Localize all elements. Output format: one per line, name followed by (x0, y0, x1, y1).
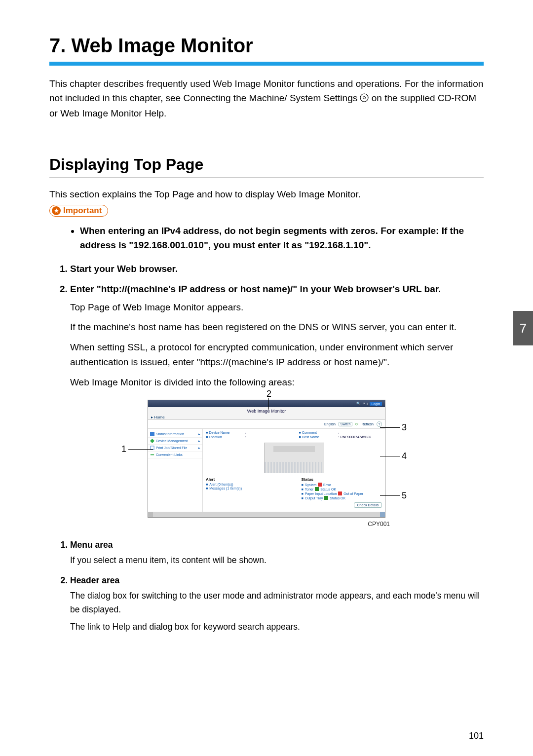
menu-label: Print Job/Stored File (156, 446, 187, 450)
switch-button[interactable]: Switch (339, 422, 353, 426)
callout-line (380, 427, 400, 428)
menu-convenient-links[interactable]: Convenient Links (148, 452, 202, 458)
callout-5: 5 (402, 491, 407, 501)
status-row: ■ Paper Input Location Out of Paper (302, 491, 382, 495)
status-section: Alert ■ Alert (0 item(s)) ■ Messages (1 … (206, 477, 382, 508)
page-number: 101 (469, 731, 484, 741)
alert-heading: Alert (206, 477, 287, 482)
wim-home-link[interactable]: ▸ Home (148, 415, 385, 420)
location-label: Location (209, 435, 222, 439)
callout-1: 1 (121, 444, 126, 454)
step-1-text: Start your Web browser. (70, 264, 178, 274)
wim-body: Status/Information ▸ Device Management ▸… (148, 429, 385, 512)
section-intro: This section explains the Top Page and h… (49, 189, 484, 200)
header-search-icon: 🔍 (356, 402, 361, 406)
star-icon: ★ (52, 206, 61, 215)
def-title: Menu area (70, 540, 113, 550)
svg-marker-3 (150, 439, 154, 443)
menu-label: Status/Information (156, 432, 184, 436)
ok-icon (324, 496, 328, 500)
callout-line (128, 449, 153, 450)
def-body: The dialog box for switching to the user… (70, 589, 484, 633)
important-badge: ★ Important (49, 205, 108, 217)
status-heading: Status (302, 477, 382, 482)
svg-rect-2 (150, 432, 154, 436)
section-divider (49, 178, 484, 178)
wim-home-label: Home (154, 415, 164, 419)
step-2-body-d: Web Image Monitor is divided into the fo… (70, 375, 484, 390)
menu-status-info[interactable]: Status/Information ▸ (148, 431, 202, 438)
important-list: When entering an IPv4 address, do not be… (49, 224, 484, 253)
svg-rect-6 (315, 487, 319, 491)
def-menu-area: Menu area If you select a menu item, its… (70, 538, 484, 567)
refresh-icon[interactable]: ⟳ (355, 422, 358, 426)
document-page: 7. Web Image Monitor This chapter descri… (0, 0, 533, 756)
svg-rect-7 (338, 491, 342, 495)
menu-label: Convenient Links (156, 453, 183, 456)
callout-line (380, 456, 400, 456)
wim-title: Web Image Monitor (148, 407, 385, 415)
callout-line (380, 495, 400, 496)
chapter-title: 7. Web Image Monitor (49, 35, 484, 57)
status-row: ■ Toner Status OK (302, 487, 382, 491)
step-2-body-a: Top Page of Web Image Monitor appears. (70, 300, 484, 315)
important-bullet: When entering an IPv4 address, do not be… (80, 224, 484, 253)
wim-header-bar: 🔍 ? i Login (148, 400, 385, 407)
lang-select[interactable]: English (324, 422, 336, 426)
warn-icon (338, 491, 342, 495)
status-row: ■ Output Tray Status OK (302, 496, 382, 500)
step-2-body-c: When setting SSL, a protocol for encrypt… (70, 340, 484, 370)
def-title: Header area (70, 575, 119, 585)
device-name-label: Device Name (209, 431, 229, 434)
help-button[interactable]: ? (377, 421, 382, 427)
menu-print-job[interactable]: Print Job/Stored File ▸ (148, 445, 202, 452)
step-2: Enter "http://(machine's IP address or h… (70, 281, 484, 390)
svg-point-0 (360, 94, 368, 102)
step-2-body: Top Page of Web Image Monitor appears. I… (70, 300, 484, 390)
chapter-divider (49, 62, 484, 66)
def-header-area: Header area The dialog box for switching… (70, 574, 484, 634)
login-button[interactable]: Login (370, 402, 382, 406)
svg-rect-8 (324, 496, 328, 500)
callout-line (268, 398, 269, 410)
header-info-icon: i (367, 402, 368, 406)
callout-2: 2 (266, 389, 271, 399)
definitions-list: Menu area If you select a menu item, its… (49, 538, 484, 634)
chapter-tab: 7 (513, 311, 533, 345)
callout-4: 4 (402, 451, 407, 461)
scrollbar[interactable] (148, 512, 385, 517)
wim-menu-area: Status/Information ▸ Device Management ▸… (148, 429, 203, 512)
step-2-text: Enter "http://(machine's IP address or h… (70, 284, 441, 294)
refresh-label: Refresh (361, 422, 374, 426)
comment-label: Comment (302, 431, 317, 434)
alert-item[interactable]: ■ Alert (0 item(s)) (206, 483, 287, 486)
alert-item[interactable]: ■ Messages (1 item(s)) (206, 487, 287, 490)
check-details-button[interactable]: Check Details (354, 502, 382, 508)
important-label: Important (63, 206, 102, 216)
step-2-body-b: If the machine's host name has been regi… (70, 320, 484, 335)
ok-icon (315, 487, 319, 491)
header-help-icon: ? (363, 402, 365, 406)
section-title: Displaying Top Page (49, 155, 484, 174)
figure: 2 1 3 4 5 🔍 ? i Login Web Image Monitor … (128, 400, 405, 528)
wim-screenshot: 🔍 ? i Login Web Image Monitor ▸ Home Eng… (148, 400, 385, 518)
menu-device-mgmt[interactable]: Device Management ▸ (148, 438, 202, 445)
def-body: If you select a menu item, its content w… (70, 554, 484, 567)
svg-rect-5 (318, 483, 322, 487)
error-icon (318, 483, 322, 487)
svg-point-1 (363, 96, 366, 99)
cd-icon (360, 92, 369, 106)
def-body-line: The link to Help and dialog box for keyw… (70, 620, 484, 634)
status-row: ■ System Error (302, 483, 382, 487)
printer-image (264, 443, 324, 473)
hostname-value: RNP0000747A5B02 (340, 435, 371, 439)
menu-label: Device Management (156, 439, 188, 443)
figure-code: CPY001 (128, 521, 405, 528)
def-body-line: The dialog box for switching to the user… (70, 589, 484, 616)
step-1: Start your Web browser. (70, 261, 484, 277)
steps-list: Start your Web browser. Enter "http://(m… (49, 261, 484, 390)
callout-3: 3 (402, 422, 407, 433)
wim-subheader: English Switch ⟳ Refresh ? (148, 420, 385, 429)
hostname-label: Host Name (302, 435, 319, 439)
chapter-intro: This chapter describes frequently used W… (49, 76, 484, 121)
